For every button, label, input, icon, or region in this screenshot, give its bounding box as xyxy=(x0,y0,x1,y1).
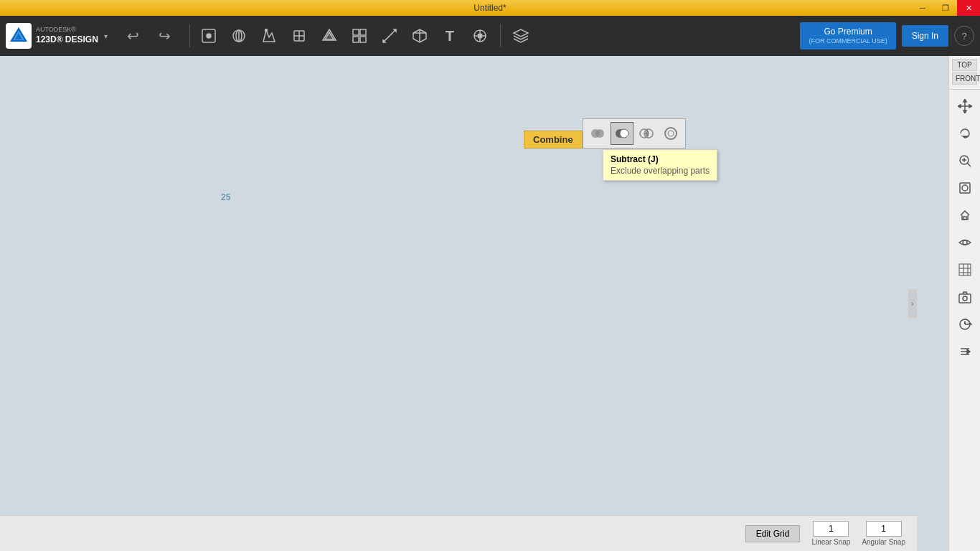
combine-popup: Combine xyxy=(524,118,686,149)
viewport-background xyxy=(0,56,948,551)
logo-icon xyxy=(6,23,32,49)
svg-rect-14 xyxy=(353,29,359,35)
main-content: 25 Combine xyxy=(0,56,980,551)
toolbar-icons: T xyxy=(194,22,801,50)
coordinate-label: 25 xyxy=(221,192,230,202)
svg-marker-63 xyxy=(969,105,972,108)
sign-in-button[interactable]: Sign In xyxy=(902,25,948,47)
linear-snap-group: 1 Linear Snap xyxy=(811,521,850,546)
subtract-tooltip: Subtract (J) Exclude overlapping parts xyxy=(603,149,717,181)
svg-point-70 xyxy=(962,185,968,191)
svg-marker-61 xyxy=(963,110,966,113)
svg-rect-69 xyxy=(960,183,970,193)
modify-tool[interactable] xyxy=(315,22,344,50)
export-icon[interactable] xyxy=(952,339,978,364)
angular-snap-group: 1 Angular Snap xyxy=(862,521,905,546)
svg-rect-16 xyxy=(353,37,359,42)
svg-rect-17 xyxy=(360,37,366,42)
svg-point-72 xyxy=(963,240,967,245)
close-button[interactable]: ✕ xyxy=(957,0,980,16)
sketch-tool[interactable] xyxy=(255,22,283,50)
grid-icon[interactable] xyxy=(952,257,978,283)
svg-point-19 xyxy=(478,34,482,38)
premium-sub: (FOR COMMERCIAL USE) xyxy=(809,37,887,45)
front-view-label[interactable]: FRONT xyxy=(952,72,977,85)
measure-tool[interactable] xyxy=(375,22,404,50)
intersect-tool[interactable] xyxy=(635,122,658,145)
tooltip-title: Subtract (J) xyxy=(611,154,710,164)
subtract-tool[interactable] xyxy=(611,122,633,145)
titlebar: Untitled* ─ ❐ ✕ xyxy=(0,0,980,16)
separator xyxy=(189,24,190,47)
angular-snap-label: Angular Snap xyxy=(862,538,905,546)
visibility-icon[interactable] xyxy=(952,230,978,255)
window-controls: ─ ❐ ✕ xyxy=(911,0,980,16)
text-tool[interactable]: T xyxy=(435,22,464,50)
minimize-button[interactable]: ─ xyxy=(911,0,934,16)
animation-icon[interactable] xyxy=(952,311,978,337)
combine-label[interactable]: Combine xyxy=(524,131,583,149)
window-title: Untitled* xyxy=(473,3,506,13)
toolbar: AUTODESK® 123D® DESIGN ▾ ↩ ↪ xyxy=(0,16,980,56)
product-label: 123D® DESIGN xyxy=(36,34,98,46)
svg-point-50 xyxy=(595,129,604,138)
svg-rect-15 xyxy=(360,29,366,35)
svg-rect-71 xyxy=(963,217,966,220)
construct-tool[interactable] xyxy=(285,22,314,50)
zoom-icon[interactable] xyxy=(952,148,978,174)
svg-marker-87 xyxy=(967,349,970,354)
undo-redo-group: ↩ ↪ xyxy=(119,22,179,50)
svg-point-57 xyxy=(665,128,677,139)
pattern-tool[interactable] xyxy=(345,22,374,50)
tooltip-description: Exclude overlapping parts xyxy=(611,166,710,176)
linear-snap-label: Linear Snap xyxy=(811,538,850,546)
svg-point-8 xyxy=(265,29,267,32)
union-tool[interactable] xyxy=(586,122,609,145)
logo-area: AUTODESK® 123D® DESIGN ▾ xyxy=(6,23,108,49)
help-button[interactable]: ? xyxy=(954,26,974,46)
view-cube: TOP FRONT xyxy=(949,56,980,90)
premium-label: Go Premium xyxy=(824,27,872,37)
home-view-icon[interactable] xyxy=(952,202,978,228)
svg-point-79 xyxy=(963,296,967,301)
redo-button[interactable]: ↪ xyxy=(151,22,179,50)
svg-marker-60 xyxy=(963,99,966,102)
premium-area: Go Premium (FOR COMMERCIAL USE) Sign In … xyxy=(800,22,974,49)
svg-marker-13 xyxy=(325,32,334,39)
svg-point-56 xyxy=(668,131,674,136)
restore-button[interactable]: ❐ xyxy=(934,0,957,16)
undo-button[interactable]: ↩ xyxy=(119,22,148,50)
pan-icon[interactable] xyxy=(952,93,978,119)
logo-dropdown[interactable]: ▾ xyxy=(104,32,108,40)
rotate-icon[interactable] xyxy=(952,121,978,146)
edit-grid-button[interactable]: Edit Grid xyxy=(745,525,801,542)
svg-point-4 xyxy=(207,34,211,38)
select-tool[interactable] xyxy=(194,22,223,50)
right-panel: TOP FRONT xyxy=(948,56,980,551)
svg-line-66 xyxy=(967,163,971,166)
angular-snap-value[interactable]: 1 xyxy=(866,521,902,537)
svg-rect-78 xyxy=(959,294,971,303)
nav-icons xyxy=(952,90,978,368)
fit-all-icon[interactable] xyxy=(952,175,978,201)
snap-tool[interactable] xyxy=(466,22,494,50)
go-premium-button[interactable]: Go Premium (FOR COMMERCIAL USE) xyxy=(800,22,895,49)
svg-marker-81 xyxy=(969,323,971,324)
svg-rect-73 xyxy=(959,264,971,276)
svg-point-52 xyxy=(620,129,628,138)
bottom-bar: Edit Grid 1 Linear Snap 1 Angular Snap xyxy=(0,515,917,551)
view3d-tool[interactable] xyxy=(405,22,434,50)
shell-tool[interactable] xyxy=(659,122,682,145)
viewport[interactable]: 25 Combine xyxy=(0,56,948,551)
linear-snap-value[interactable]: 1 xyxy=(813,521,849,537)
screenshot-icon[interactable] xyxy=(952,284,978,310)
expand-chevron[interactable]: › xyxy=(908,289,917,318)
svg-marker-62 xyxy=(958,105,961,108)
primitives-tool[interactable] xyxy=(225,22,253,50)
logo-text: AUTODESK® 123D® DESIGN xyxy=(36,26,98,45)
layers-tool[interactable] xyxy=(507,22,535,50)
top-view-label[interactable]: TOP xyxy=(952,59,977,71)
autodesk-label: AUTODESK® xyxy=(36,26,98,34)
combine-tools xyxy=(583,118,686,149)
sep2 xyxy=(500,24,501,47)
